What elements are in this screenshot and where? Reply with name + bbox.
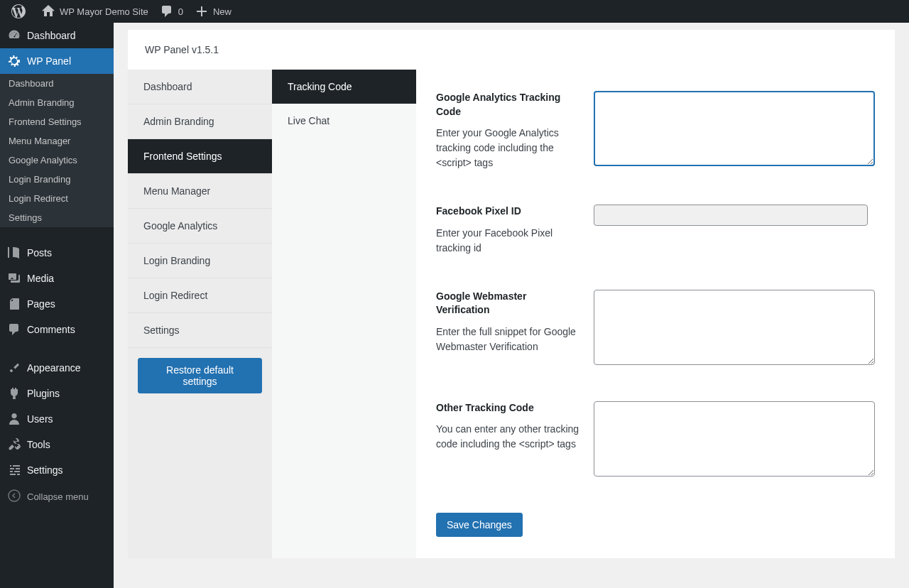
save-changes-button[interactable]: Save Changes xyxy=(436,513,523,537)
gwm-textarea[interactable] xyxy=(594,290,875,365)
settings-subtabs: Tracking Code Live Chat xyxy=(272,70,416,558)
sidebar-submenu: Dashboard Admin Branding Frontend Settin… xyxy=(0,74,114,227)
plus-icon xyxy=(195,4,209,18)
media-icon xyxy=(7,271,21,285)
svg-point-0 xyxy=(9,490,20,501)
comment-icon xyxy=(7,322,21,337)
sidebar-item-tools[interactable]: Tools xyxy=(0,432,114,457)
tab-login-branding[interactable]: Login Branding xyxy=(128,244,272,278)
ga-desc: Enter your Google Analytics tracking cod… xyxy=(436,126,579,170)
content-area: WP Panel v1.5.1 Dashboard Admin Branding… xyxy=(114,23,909,588)
site-name-link[interactable]: WP Mayor Demo Site xyxy=(36,0,154,23)
home-icon xyxy=(41,4,55,18)
sidebar-item-dashboard[interactable]: Dashboard xyxy=(0,23,114,48)
other-label: Other Tracking Code xyxy=(436,401,579,415)
sidebar-item-comments[interactable]: Comments xyxy=(0,317,114,342)
tab-login-redirect[interactable]: Login Redirect xyxy=(128,278,272,313)
gwm-label: Google Webmaster Verification xyxy=(436,290,579,317)
gwm-desc: Enter the full snippet for Google Webmas… xyxy=(436,325,579,354)
tab-dashboard[interactable]: Dashboard xyxy=(128,70,272,104)
site-name-label: WP Mayor Demo Site xyxy=(60,6,148,17)
sidebar-item-plugins[interactable]: Plugins xyxy=(0,381,114,406)
sidebar-dashboard-label: Dashboard xyxy=(27,30,76,41)
page-icon xyxy=(7,297,21,311)
pin-icon xyxy=(7,246,21,260)
fb-desc: Enter your Facebook Pixel tracking id xyxy=(436,226,579,256)
new-content-link[interactable]: New xyxy=(189,0,237,23)
sidebar-item-wp-panel[interactable]: WP Panel xyxy=(0,48,114,74)
submenu-login-branding[interactable]: Login Branding xyxy=(0,170,114,189)
other-tracking-textarea[interactable] xyxy=(594,401,875,477)
panel-title: WP Panel v1.5.1 xyxy=(128,30,895,70)
collapse-icon xyxy=(7,489,21,505)
wp-logo[interactable] xyxy=(6,0,36,23)
tab-frontend-settings[interactable]: Frontend Settings xyxy=(128,139,272,174)
dashboard-icon xyxy=(7,28,21,43)
admin-sidebar: Dashboard WP Panel Dashboard Admin Brand… xyxy=(0,23,114,588)
tab-google-analytics[interactable]: Google Analytics xyxy=(128,209,272,244)
ga-tracking-textarea[interactable] xyxy=(594,91,875,166)
sidebar-item-appearance[interactable]: Appearance xyxy=(0,355,114,381)
other-desc: You can enter any other tracking code in… xyxy=(436,422,579,452)
form-area: Google Analytics Tracking Code Enter you… xyxy=(416,70,895,558)
fb-pixel-input[interactable] xyxy=(594,205,868,226)
submenu-login-redirect[interactable]: Login Redirect xyxy=(0,189,114,208)
collapse-menu[interactable]: Collapse menu xyxy=(0,483,114,511)
wordpress-icon xyxy=(11,4,26,18)
submenu-google-analytics[interactable]: Google Analytics xyxy=(0,151,114,170)
sidebar-item-pages[interactable]: Pages xyxy=(0,291,114,317)
brush-icon xyxy=(7,361,21,375)
sidebar-item-users[interactable]: Users xyxy=(0,406,114,432)
comment-icon xyxy=(160,4,174,18)
restore-defaults-button[interactable]: Restore default settings xyxy=(138,358,262,393)
admin-bar: WP Mayor Demo Site 0 New xyxy=(0,0,909,23)
submenu-menu-manager[interactable]: Menu Manager xyxy=(0,131,114,151)
new-label: New xyxy=(213,6,232,17)
ga-label: Google Analytics Tracking Code xyxy=(436,91,579,119)
submenu-admin-branding[interactable]: Admin Branding xyxy=(0,93,114,112)
submenu-dashboard[interactable]: Dashboard xyxy=(0,74,114,93)
tab-settings[interactable]: Settings xyxy=(128,313,272,348)
plug-icon xyxy=(7,386,21,401)
submenu-settings[interactable]: Settings xyxy=(0,208,114,227)
sidebar-wp-panel-label: WP Panel xyxy=(27,55,71,67)
sidebar-item-settings[interactable]: Settings xyxy=(0,457,114,483)
gear-icon xyxy=(7,54,21,68)
comments-count: 0 xyxy=(178,6,183,17)
submenu-frontend-settings[interactable]: Frontend Settings xyxy=(0,112,114,131)
comments-link[interactable]: 0 xyxy=(154,0,189,23)
user-icon xyxy=(7,412,21,426)
tab-admin-branding[interactable]: Admin Branding xyxy=(128,104,272,139)
subtab-live-chat[interactable]: Live Chat xyxy=(272,104,416,138)
fb-label: Facebook Pixel ID xyxy=(436,205,579,219)
subtab-tracking-code[interactable]: Tracking Code xyxy=(272,70,416,104)
sliders-icon xyxy=(7,463,21,477)
sidebar-item-posts[interactable]: Posts xyxy=(0,240,114,266)
tab-menu-manager[interactable]: Menu Manager xyxy=(128,174,272,209)
wrench-icon xyxy=(7,437,21,452)
sidebar-item-media[interactable]: Media xyxy=(0,266,114,291)
settings-tabs: Dashboard Admin Branding Frontend Settin… xyxy=(128,70,272,558)
